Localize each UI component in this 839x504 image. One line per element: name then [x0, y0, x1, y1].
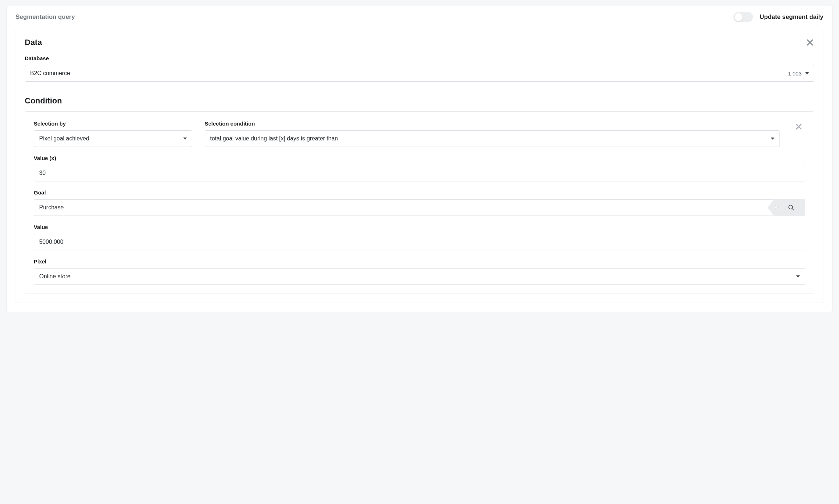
- selection-by-select[interactable]: Pixel goal achieved: [34, 130, 192, 147]
- pixel-value: Online store: [39, 273, 796, 280]
- goal-value: Purchase: [39, 204, 64, 211]
- value-x-label: Value (x): [34, 155, 805, 161]
- goal-search-button[interactable]: [774, 199, 805, 216]
- update-daily-label: Update segment daily: [760, 13, 823, 21]
- close-icon: [795, 123, 803, 131]
- selection-by-label: Selection by: [34, 120, 192, 127]
- caret-down-icon: [183, 138, 187, 140]
- database-count: 1 003: [788, 70, 802, 77]
- search-icon: [787, 204, 795, 211]
- value-label: Value: [34, 224, 805, 230]
- caret-down-icon: [805, 72, 809, 74]
- data-section-title: Data: [25, 38, 42, 47]
- remove-condition-button[interactable]: [795, 123, 803, 131]
- condition-section-title: Condition: [25, 96, 814, 106]
- toggle-knob: [734, 13, 743, 21]
- card-title: Segmentation query: [16, 13, 75, 21]
- tag-hole-icon: [775, 206, 778, 209]
- caret-down-icon: [771, 138, 774, 140]
- value-x-value: 30: [39, 170, 800, 176]
- condition-block: Selection by Pixel goal achieved Selecti…: [25, 111, 814, 294]
- caret-down-icon: [796, 275, 800, 278]
- close-data-panel[interactable]: [806, 38, 814, 47]
- selection-by-value: Pixel goal achieved: [39, 135, 183, 142]
- selection-condition-label: Selection condition: [205, 120, 780, 127]
- selection-condition-value: total goal value during last [x] days is…: [210, 135, 771, 142]
- inner-card: Data Database B2C commerce 1 003 Conditi…: [16, 29, 823, 303]
- database-value: B2C commerce: [30, 70, 788, 77]
- value-value: 5000.000: [39, 239, 800, 245]
- goal-input[interactable]: Purchase: [34, 199, 774, 216]
- close-icon: [806, 38, 814, 47]
- value-x-input[interactable]: 30: [34, 165, 805, 181]
- svg-line-5: [792, 209, 794, 210]
- update-daily-toggle[interactable]: [733, 12, 753, 22]
- goal-label: Goal: [34, 189, 805, 196]
- segmentation-card: Segmentation query Update segment daily …: [7, 5, 832, 312]
- database-select[interactable]: B2C commerce 1 003: [25, 65, 814, 82]
- database-label: Database: [25, 55, 814, 61]
- pixel-select[interactable]: Online store: [34, 268, 805, 285]
- card-header: Segmentation query Update segment daily: [7, 5, 832, 29]
- value-input[interactable]: 5000.000: [34, 234, 805, 250]
- pixel-label: Pixel: [34, 258, 805, 265]
- selection-condition-select[interactable]: total goal value during last [x] days is…: [205, 130, 780, 147]
